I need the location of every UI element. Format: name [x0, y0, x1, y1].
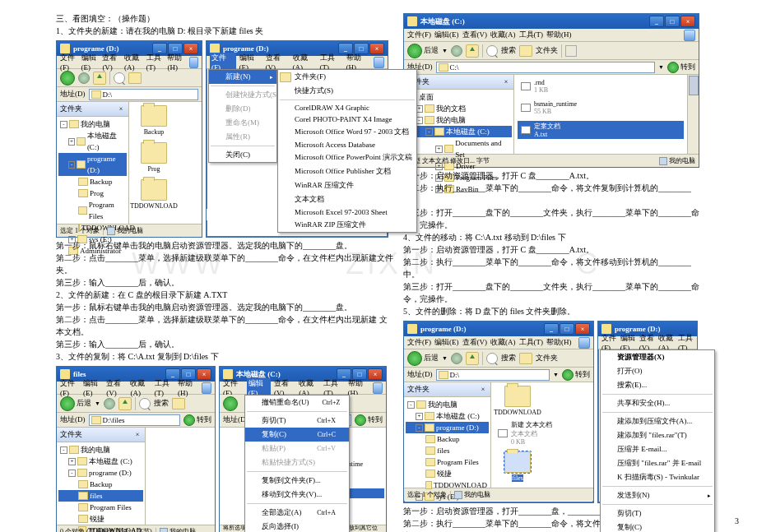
menu-copy[interactable]: 复制(C)Ctrl+C — [245, 428, 349, 442]
go-icon[interactable] — [183, 414, 195, 426]
menubar: 文件(F)编辑(E)查看(V)收藏(A)工具(T)帮助(H) — [57, 56, 202, 69]
title: files — [73, 370, 86, 378]
folders-icon[interactable] — [128, 72, 142, 84]
watermark: C — [576, 247, 601, 281]
drive-icon — [407, 16, 417, 26]
explorer-files: files_□× 文件(F)编辑(E)查看(V)收藏(A)工具(T)帮助(H) … — [56, 366, 216, 532]
q1: 1、文件夹的新建：请在我的电脑 D: 根目录下新建 files 夹 — [56, 25, 393, 37]
explorer-c-editmenu: 本地磁盘 (C:)_□× 文件(F)编辑(E)查看(V)收藏(A)工具(T)帮助… — [219, 366, 387, 532]
view-icon[interactable] — [565, 45, 577, 57]
selected-folder[interactable]: files — [495, 451, 541, 482]
step: 4、文件的移动：将 C:\A.txt 移动到 D:\files 下 — [403, 231, 699, 243]
title: 本地磁盘 (C:) — [420, 16, 465, 27]
page-number: 3 — [735, 516, 739, 525]
context-menu: 资源管理器(X) 打开(O) 搜索(E)... 共享和安全(H)... 建添加到… — [600, 349, 715, 532]
tree-node[interactable]: 我的电脑 — [81, 118, 110, 130]
back-icon[interactable] — [60, 71, 75, 86]
watermark: WWW — [132, 247, 225, 281]
menu-shortcut: 创建快捷方式(S) — [209, 88, 276, 102]
new-submenu: 文件夹(F) 快捷方式(S) CorelDRAW X4 Graphic Core… — [277, 69, 417, 233]
tree-node[interactable]: 本地磁盘 (C:) — [87, 130, 125, 153]
addr-input[interactable]: D:\ — [89, 89, 199, 100]
help-icon[interactable] — [374, 57, 384, 68]
step: 5、文件的删除：将 D 盘下的 files 文件夹删除。 — [403, 305, 699, 317]
explorer-d-bottom: programe (D:)_□× 文件(F)编辑(E)查看(V)收藏(A)工具(… — [403, 321, 594, 503]
scrollbar[interactable] — [687, 75, 699, 154]
folder-item[interactable]: Backup — [132, 105, 175, 136]
ctx-explorer[interactable]: 资源管理器(X) — [601, 350, 714, 364]
explorer-d-newmenu: programe (D:)_□× 文件(F)编辑(E)查看(V)收藏(A)工具(… — [206, 40, 388, 238]
title: programe (D:) — [223, 44, 269, 53]
folder-item[interactable]: Prog — [132, 142, 175, 173]
close-icon[interactable]: × — [117, 105, 125, 113]
watermark: ZIXIN — [346, 247, 438, 281]
status: 选定 1 个对象 — [60, 226, 100, 235]
selected-file[interactable]: 定案文档A.txt — [518, 121, 684, 139]
new-folder[interactable]: 文件夹(F) — [278, 70, 416, 84]
title: programe (D:) — [73, 44, 119, 53]
menu-close[interactable]: 关闭(C) — [209, 148, 276, 162]
status: 0 个对象 (可用磁盘空间: 0 字节) — [60, 527, 152, 532]
step: 2、文件的新建：在 C 盘的根目录下新建 A.TXT — [56, 289, 393, 301]
addr-label: 地址(D) — [60, 89, 86, 99]
fwd-icon[interactable] — [78, 72, 90, 84]
tree-node[interactable]: Backup — [90, 176, 113, 187]
toolbar — [57, 69, 202, 87]
step: 第三步：输入________后，确认。 — [56, 338, 393, 350]
step: 第二步：执行________菜单下的________命令，将文件移动到计算机的_… — [403, 256, 699, 280]
heading: 三、看图填空：（操作题） — [56, 12, 393, 25]
step: 第二步：点击________菜单，选择新建级联菜单下的________命令，在文… — [56, 313, 393, 338]
addr-input[interactable]: C:\ — [436, 62, 656, 73]
edit-dropdown: 撤销重命名(U)Ctrl+Z 剪切(T)Ctrl+X 复制(C)Ctrl+C 粘… — [244, 395, 350, 532]
search-icon[interactable] — [114, 72, 125, 84]
tree-node[interactable]: Prog — [90, 187, 104, 199]
step: 第一步：启动资源管理器，打开 C 盘________A.txt。 — [403, 169, 699, 182]
addr-input[interactable]: D:\files — [89, 414, 181, 426]
back-icon[interactable] — [60, 396, 75, 411]
explorer-d-tree: programe (D:)_□× 文件(F)编辑(E)查看(V)收藏(A)工具(… — [56, 40, 202, 238]
back-icon[interactable] — [407, 44, 422, 58]
folder-item[interactable]: TDDOWNLOAD — [132, 179, 175, 210]
explorer-c-top: 本地磁盘 (C:)_□× 文件(F)编辑(E)查看(V)收藏(A)工具(T)帮助… — [403, 13, 699, 168]
tree-node[interactable]: programe (D:) — [87, 153, 125, 176]
menu-new[interactable]: 新建(N)▸ — [209, 70, 276, 84]
step: 第三步：打开________盘下的________文件夹，执行________菜… — [403, 206, 699, 231]
help-icon[interactable] — [189, 57, 198, 68]
up-icon[interactable] — [93, 72, 106, 85]
explorer-d-ctx: programe (D:) 文件(F)编辑(E)查看(V)收藏(A)工具(T) … — [597, 321, 698, 503]
step: 第一步：鼠标右键单击我的电脑启动资源管理器。选定我的电脑下的________盘。 — [56, 301, 393, 313]
step: 3、文件的复制：将 C:\A.txt 复制到 D:\files 下 — [56, 350, 393, 363]
tree-hdr: 文件夹 — [60, 104, 82, 114]
step: 第三步：打开________盘下的________文件夹，执行________菜… — [403, 280, 699, 305]
step: 第一步：启动资源管理器，打开 C 盘________A.txt。 — [403, 243, 699, 256]
close-button[interactable]: × — [369, 43, 384, 54]
tree-node[interactable]: Program Files — [89, 199, 125, 222]
file-dropdown: 新建(N)▸ 创建快捷方式(S) 删除(D) 重命名(M) 属性(R) 关闭(C… — [208, 69, 277, 163]
